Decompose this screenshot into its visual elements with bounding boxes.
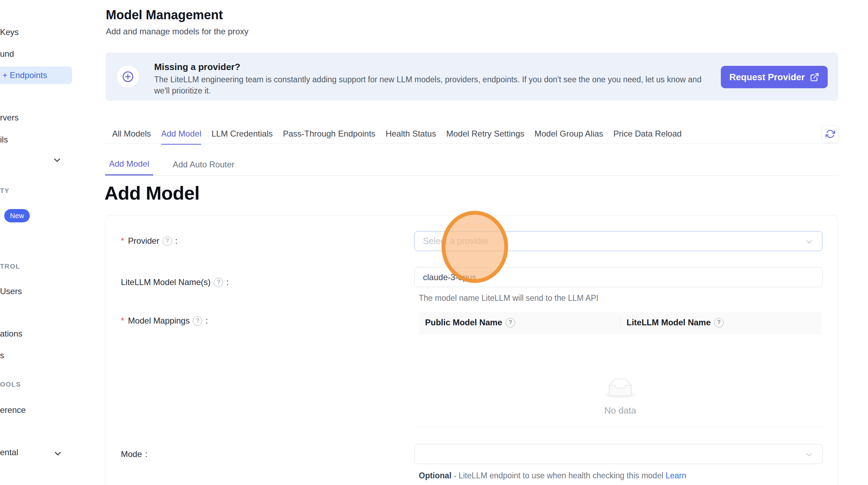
tab-price-data-reload[interactable]: Price Data Reload [613,125,682,144]
column-public-model-name: Public Model Name ? [419,318,620,327]
sidebar-section-ools: OOLS [0,381,21,388]
model-name-input[interactable]: claude-3-opus [414,267,822,287]
request-provider-label: Request Provider [729,72,805,83]
sidebar-item-organizations[interactable]: ations [0,329,22,339]
help-icon[interactable]: ? [214,278,223,287]
sidebar-section-trol: TROL [0,263,20,270]
provider-placeholder: Select a provider [423,236,489,246]
sidebar-item-endpoints-label: + Endpoints [2,70,47,80]
mode-label: Mode : [121,449,148,459]
page-subtitle: Add and manage models for the proxy [106,27,248,36]
model-mappings-label: * Model Mappings ? : [121,316,208,326]
tab-pass-through-endpoints[interactable]: Pass-Through Endpoints [283,125,375,144]
sidebar-item-servers[interactable]: rvers [0,113,19,123]
table-header: Public Model Name ? LiteLLM Model Name ? [419,312,822,334]
subtab-add-model[interactable]: Add Model [105,153,153,175]
sidebar-item-keys[interactable]: Keys [0,27,19,37]
tab-health-status[interactable]: Health Status [385,125,436,144]
tab-model-group-alias[interactable]: Model Group Alias [534,125,603,144]
banner-text-line1: The LiteLLM engineering team is constant… [154,75,702,84]
add-model-heading: Add Model [104,182,199,204]
page-title: Model Management [106,8,223,22]
required-marker: * [121,316,124,326]
sidebar-item-inference[interactable]: erence [0,405,26,415]
mode-select[interactable] [414,444,822,464]
help-icon[interactable]: ? [193,316,202,326]
plus-circle-icon [117,66,139,88]
missing-provider-banner: Missing a provider? The LiteLLM engineer… [105,53,838,101]
inbox-empty-icon [605,379,636,398]
no-data-text: No data [604,405,636,416]
sidebar-item-users[interactable]: Users [0,286,22,296]
column-litellm-model-name: LiteLLM Model Name ? [620,318,822,327]
sidebar-item-endpoints-active[interactable]: + Endpoints [0,67,72,84]
help-icon[interactable]: ? [506,318,515,327]
sub-tab-bar: Add Model Add Auto Router [105,153,838,176]
banner-text-line2: we'll prioritize it. [154,86,211,96]
mode-helper: Optional - LiteLLM endpoint to use when … [419,471,686,480]
model-mappings-table: Public Model Name ? LiteLLM Model Name ? [419,312,822,427]
provider-select[interactable]: Select a provider [414,231,822,251]
request-provider-button[interactable]: Request Provider [721,66,828,88]
sidebar-item-guardrails[interactable]: ils [0,135,8,145]
sidebar-item-teams[interactable]: s [0,351,4,360]
refresh-button[interactable] [822,125,839,143]
page: Keys und + Endpoints rvers ils TY New TR… [0,0,868,485]
new-badge: New [4,209,30,222]
model-name-value: claude-3-opus [423,272,476,282]
help-icon[interactable]: ? [163,236,172,246]
provider-label: * Provider ? : [121,236,177,246]
required-marker: * [121,236,124,246]
tab-llm-credentials[interactable]: LLM Credentials [211,125,273,144]
model-name-helper: The model name LiteLLM will send to the … [419,293,599,303]
model-name-label: LiteLLM Model Name(s) ? : [121,277,229,287]
column-divider [620,317,621,328]
learn-more-link[interactable]: Learn [665,471,686,480]
tab-model-retry-settings[interactable]: Model Retry Settings [446,125,524,144]
refresh-icon [826,129,835,139]
tab-all-models[interactable]: All Models [112,125,151,144]
tab-bar: All Models Add Model LLM Credentials Pas… [105,125,838,144]
help-icon[interactable]: ? [714,318,724,327]
external-link-icon [810,72,819,82]
mode-helper-optional: Optional [419,471,451,480]
chevron-down-icon [805,237,814,246]
chevron-down-icon[interactable] [53,155,62,165]
tab-add-model[interactable]: Add Model [161,125,201,145]
sidebar-item-experimental[interactable]: ental [0,448,18,457]
subtab-add-auto-router[interactable]: Add Auto Router [172,153,235,175]
banner-title: Missing a provider? [154,62,240,72]
sidebar-item-und[interactable]: und [0,49,14,59]
table-empty-body: No data [419,334,822,427]
new-badge-label: New [10,212,24,220]
chevron-down-icon [805,450,814,459]
sidebar-section-ty: TY [0,187,9,195]
chevron-down-icon[interactable] [53,449,62,458]
